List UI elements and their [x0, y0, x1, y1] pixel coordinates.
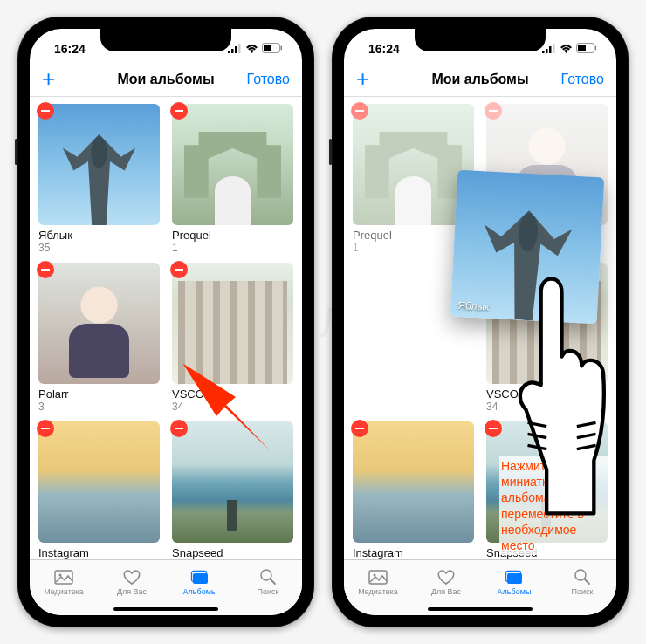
- wifi-icon: [245, 42, 258, 56]
- svg-rect-29: [507, 573, 522, 584]
- album-name: VSCO: [172, 387, 293, 401]
- svg-point-31: [575, 570, 586, 580]
- album-item[interactable]: VSCO 34: [172, 263, 293, 413]
- delete-icon[interactable]: [170, 261, 188, 278]
- delete-icon[interactable]: [37, 102, 54, 120]
- svg-rect-2: [235, 46, 237, 53]
- instruction-text: Нажмите на миниатюру альбома и перемести…: [499, 456, 613, 555]
- svg-rect-19: [578, 45, 586, 51]
- album-thumbnail[interactable]: [38, 104, 160, 225]
- tab-label: Поиск: [572, 587, 594, 596]
- album-item[interactable]: Prequel 1: [172, 104, 293, 254]
- svg-rect-5: [264, 45, 271, 51]
- album-name: Instagram: [38, 546, 160, 559]
- svg-rect-0: [228, 51, 230, 53]
- phone-right: 16:24 + Мои альбомы Готово Prequel 1: [332, 17, 629, 627]
- svg-rect-20: [595, 46, 597, 51]
- page-title: Мои альбомы: [431, 72, 528, 87]
- album-thumbnail[interactable]: [172, 263, 293, 384]
- album-name: Instagram: [353, 546, 474, 559]
- dragging-album-name: Яблык: [457, 299, 490, 313]
- wifi-icon: [560, 42, 573, 56]
- tab-albums[interactable]: Альбомы: [480, 560, 548, 603]
- album-name: Snapseed: [172, 546, 293, 559]
- albums-icon: [190, 568, 210, 586]
- tab-foryou[interactable]: Для Вас: [412, 560, 480, 603]
- album-name: Яблык: [38, 229, 160, 242]
- album-count: 1: [172, 242, 293, 254]
- album-item[interactable]: Яблык 35: [38, 104, 160, 254]
- search-icon: [258, 568, 278, 586]
- status-time: 16:24: [54, 42, 86, 56]
- tab-search[interactable]: Поиск: [548, 560, 616, 603]
- svg-rect-3: [238, 44, 241, 53]
- nav-bar: + Мои альбомы Готово: [344, 62, 616, 97]
- album-item[interactable]: Instagram 9: [353, 421, 474, 559]
- svg-rect-15: [546, 49, 548, 53]
- search-icon: [573, 568, 592, 586]
- delete-icon[interactable]: [484, 102, 502, 120]
- tab-library[interactable]: Медиатека: [344, 560, 412, 603]
- notch: [415, 29, 546, 51]
- svg-rect-16: [549, 46, 552, 53]
- album-count: 35: [38, 242, 160, 254]
- tab-foryou[interactable]: Для Вас: [98, 560, 166, 603]
- svg-point-12: [261, 570, 271, 580]
- svg-rect-1: [231, 49, 234, 53]
- album-count: 3: [38, 401, 160, 413]
- album-item[interactable]: Snapseed 9: [172, 421, 293, 559]
- dragging-album[interactable]: Яблык: [450, 170, 605, 325]
- signal-icon: [542, 42, 556, 56]
- delete-icon[interactable]: [351, 420, 368, 437]
- svg-rect-17: [553, 44, 555, 53]
- tab-albums[interactable]: Альбомы: [166, 560, 234, 603]
- album-thumbnail[interactable]: [172, 104, 293, 225]
- add-button[interactable]: +: [42, 65, 86, 92]
- done-button[interactable]: Готово: [560, 72, 604, 87]
- tab-label: Для Вас: [117, 587, 147, 596]
- home-indicator[interactable]: [113, 607, 218, 611]
- delete-icon[interactable]: [37, 261, 54, 278]
- delete-icon[interactable]: [484, 420, 502, 437]
- albums-icon: [505, 568, 524, 586]
- album-item[interactable]: Polarr 3: [38, 263, 160, 413]
- tab-label: Альбомы: [498, 587, 532, 596]
- notch: [100, 29, 231, 51]
- tab-label: Альбомы: [183, 587, 217, 596]
- album-thumbnail[interactable]: [172, 421, 293, 543]
- library-icon: [54, 568, 73, 586]
- battery-icon: [576, 42, 597, 56]
- foryou-icon: [122, 568, 141, 586]
- delete-icon[interactable]: [170, 102, 188, 120]
- page-title: Мои альбомы: [117, 72, 214, 87]
- delete-icon[interactable]: [351, 102, 368, 120]
- foryou-icon: [436, 568, 456, 586]
- album-count: 34: [486, 401, 608, 413]
- done-button[interactable]: Готово: [246, 72, 290, 87]
- signal-icon: [228, 42, 242, 56]
- status-time: 16:24: [368, 42, 400, 56]
- album-thumbnail[interactable]: [38, 263, 160, 384]
- tab-label: Для Вас: [431, 587, 461, 596]
- battery-icon: [262, 42, 283, 56]
- tab-label: Поиск: [258, 587, 279, 596]
- album-thumbnail[interactable]: [353, 421, 474, 543]
- album-item[interactable]: Instagram 9: [38, 421, 160, 559]
- add-button[interactable]: +: [356, 65, 400, 92]
- album-name: Polarr: [38, 387, 160, 401]
- svg-rect-10: [193, 573, 208, 584]
- album-name: Prequel: [172, 229, 293, 242]
- tab-search[interactable]: Поиск: [234, 560, 302, 603]
- phone-left: 16:24 + Мои альбомы Готово: [17, 17, 314, 627]
- svg-rect-14: [542, 51, 545, 53]
- tab-label: Медиатека: [44, 587, 84, 596]
- home-indicator[interactable]: [428, 607, 533, 611]
- delete-icon[interactable]: [170, 420, 188, 437]
- tab-label: Медиатека: [358, 587, 398, 596]
- delete-icon[interactable]: [37, 420, 54, 437]
- tab-library[interactable]: Медиатека: [30, 560, 98, 603]
- album-thumbnail[interactable]: [38, 421, 160, 543]
- album-count: 34: [172, 401, 293, 413]
- nav-bar: + Мои альбомы Готово: [30, 62, 302, 97]
- svg-rect-6: [281, 46, 283, 51]
